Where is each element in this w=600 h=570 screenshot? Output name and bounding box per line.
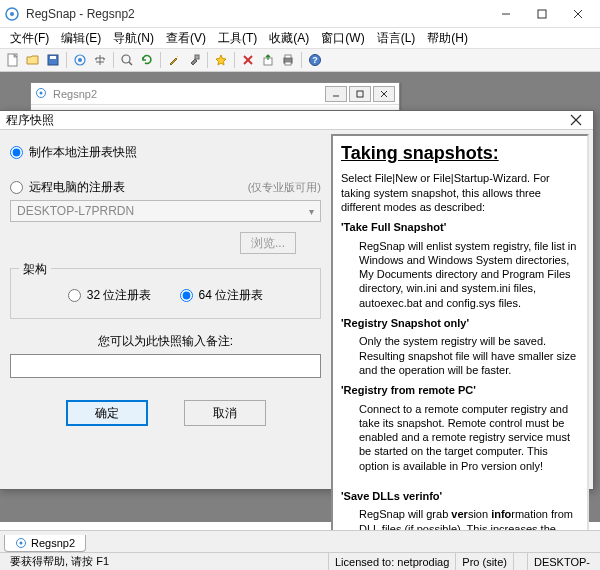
- status-help: 要获得帮助, 请按 F1: [4, 553, 329, 570]
- maximize-button[interactable]: [524, 2, 560, 26]
- menu-help[interactable]: 帮助(H): [421, 28, 474, 49]
- toolbar-sep: [207, 52, 208, 68]
- dialog-titlebar: 程序快照: [0, 111, 593, 130]
- radio-64bit[interactable]: [180, 289, 193, 302]
- svg-line-12: [129, 62, 132, 65]
- status-license: Licensed to: netprodiag: [329, 553, 456, 570]
- snapshot-dialog: 程序快照 制作本地注册表快照 远程电脑的注册表 (仅专业版可用) DESKTOP…: [0, 110, 594, 490]
- app-icon: [4, 6, 20, 22]
- svg-point-1: [10, 12, 14, 16]
- radio-local-label[interactable]: 制作本地注册表快照: [29, 144, 137, 161]
- help-pane: Taking snapshots: Select File|New or Fil…: [331, 134, 589, 570]
- mdi-minimize-button[interactable]: [325, 86, 347, 102]
- tab-regsnp2[interactable]: Regsnp2: [4, 535, 86, 552]
- help-mode2-desc: Only the system registry will be saved. …: [359, 334, 579, 377]
- help-mode1-title: 'Take Full Snapshot': [341, 220, 579, 234]
- arch-legend: 架构: [19, 261, 51, 278]
- tab-label: Regsnp2: [31, 537, 75, 549]
- radio-64bit-label[interactable]: 64 位注册表: [199, 287, 264, 304]
- tool-open-icon[interactable]: [24, 51, 42, 69]
- tool-wizard-icon[interactable]: [165, 51, 183, 69]
- radio-32bit-label[interactable]: 32 位注册表: [87, 287, 152, 304]
- svg-rect-25: [357, 91, 363, 97]
- document-tabstrip: Regsnp2: [0, 530, 600, 552]
- tool-help-icon[interactable]: ?: [306, 51, 324, 69]
- tool-new-icon[interactable]: [4, 51, 22, 69]
- arch-group: 架构 32 位注册表 64 位注册表: [10, 268, 321, 319]
- tool-print-icon[interactable]: [279, 51, 297, 69]
- help-mode3-title: 'Registry from remote PC': [341, 383, 579, 397]
- radio-32bit[interactable]: [68, 289, 81, 302]
- svg-rect-13: [195, 55, 199, 59]
- status-edition: Pro (site): [456, 553, 514, 570]
- chevron-down-icon: ▾: [309, 206, 314, 217]
- help-intro: Select File|New or File|Startup-Wizard. …: [341, 171, 579, 214]
- menu-fav[interactable]: 收藏(A): [263, 28, 315, 49]
- menu-lang[interactable]: 语言(L): [371, 28, 422, 49]
- dialog-left-pane: 制作本地注册表快照 远程电脑的注册表 (仅专业版可用) DESKTOP-L7PR…: [0, 130, 331, 570]
- help-mode4-title: 'Save DLLs verinfo': [341, 489, 579, 503]
- ok-button[interactable]: 确定: [66, 400, 148, 426]
- browse-button[interactable]: 浏览...: [240, 232, 296, 254]
- tool-fav-icon[interactable]: [212, 51, 230, 69]
- svg-point-31: [20, 542, 23, 545]
- dialog-title: 程序快照: [6, 112, 565, 129]
- remote-hint: (仅专业版可用): [248, 180, 321, 195]
- menu-tools[interactable]: 工具(T): [212, 28, 263, 49]
- minimize-button[interactable]: [488, 2, 524, 26]
- tool-compare-icon[interactable]: [91, 51, 109, 69]
- svg-point-23: [40, 91, 43, 94]
- menu-bar: 文件(F) 编辑(E) 导航(N) 查看(V) 工具(T) 收藏(A) 窗口(W…: [0, 28, 600, 48]
- mdi-doc-icon: [35, 87, 49, 101]
- tool-delete-icon[interactable]: [239, 51, 257, 69]
- toolbar-sep: [234, 52, 235, 68]
- svg-rect-18: [285, 55, 291, 58]
- svg-rect-8: [50, 56, 56, 59]
- mdi-maximize-button[interactable]: [349, 86, 371, 102]
- svg-rect-3: [538, 10, 546, 18]
- tab-doc-icon: [15, 537, 27, 549]
- main-titlebar: RegSnap - Regsnp2: [0, 0, 600, 28]
- radio-remote-label[interactable]: 远程电脑的注册表: [29, 179, 125, 196]
- tool-export-icon[interactable]: [259, 51, 277, 69]
- help-mode1-desc: RegSnap will enlist system registry, fil…: [359, 239, 579, 310]
- menu-window[interactable]: 窗口(W): [315, 28, 370, 49]
- mdi-close-button[interactable]: [373, 86, 395, 102]
- tool-search-icon[interactable]: [118, 51, 136, 69]
- toolbar-sep: [113, 52, 114, 68]
- menu-nav[interactable]: 导航(N): [107, 28, 160, 49]
- svg-point-11: [122, 55, 130, 63]
- tool-snapshot-icon[interactable]: [71, 51, 89, 69]
- svg-point-10: [78, 58, 82, 62]
- help-heading: Taking snapshots:: [341, 142, 579, 165]
- toolbar: ?: [0, 48, 600, 72]
- mdi-title: Regsnp2: [53, 88, 325, 100]
- svg-text:?: ?: [312, 55, 318, 65]
- dialog-close-button[interactable]: [565, 111, 587, 129]
- note-input[interactable]: [10, 354, 321, 378]
- menu-view[interactable]: 查看(V): [160, 28, 212, 49]
- svg-rect-19: [285, 62, 291, 65]
- combo-value: DESKTOP-L7PRRDN: [17, 204, 134, 218]
- help-mode3-desc: Connect to a remote computer registry an…: [359, 402, 579, 473]
- status-host: DESKTOP-: [528, 553, 596, 570]
- menu-edit[interactable]: 编辑(E): [55, 28, 107, 49]
- tool-refresh-icon[interactable]: [138, 51, 156, 69]
- toolbar-sep: [301, 52, 302, 68]
- radio-local-snapshot[interactable]: [10, 146, 23, 159]
- help-mode2-title: 'Registry Snapshot only': [341, 316, 579, 330]
- note-label: 您可以为此快照输入备注:: [10, 333, 321, 350]
- close-button[interactable]: [560, 2, 596, 26]
- radio-remote-snapshot[interactable]: [10, 181, 23, 194]
- mdi-titlebar: Regsnp2: [31, 83, 399, 105]
- toolbar-sep: [160, 52, 161, 68]
- window-title: RegSnap - Regsnp2: [26, 7, 488, 21]
- tool-save-icon[interactable]: [44, 51, 62, 69]
- remote-host-combo[interactable]: DESKTOP-L7PRRDN ▾: [10, 200, 321, 222]
- status-bar: 要获得帮助, 请按 F1 Licensed to: netprodiag Pro…: [0, 552, 600, 570]
- tool-options-icon[interactable]: [185, 51, 203, 69]
- cancel-button[interactable]: 取消: [184, 400, 266, 426]
- toolbar-sep: [66, 52, 67, 68]
- menu-file[interactable]: 文件(F): [4, 28, 55, 49]
